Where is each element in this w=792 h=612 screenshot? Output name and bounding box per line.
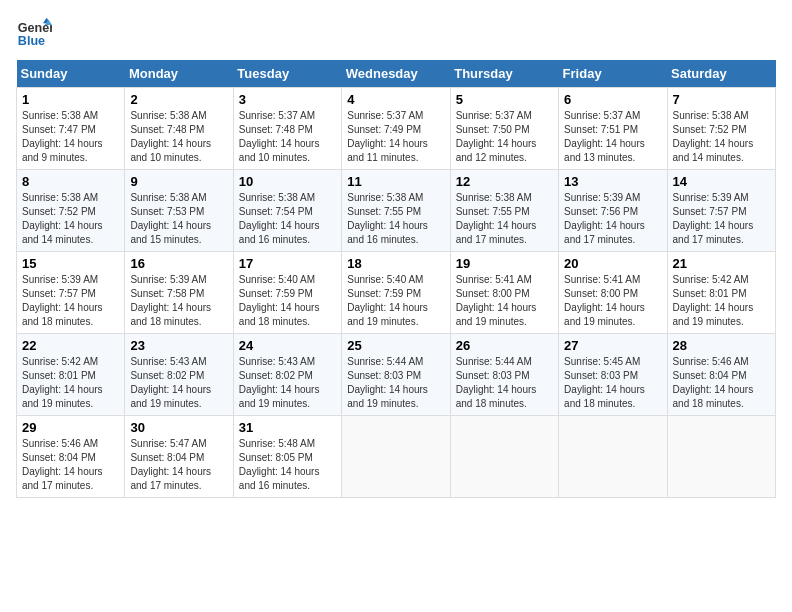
calendar-cell: 13Sunrise: 5:39 AM Sunset: 7:56 PM Dayli… <box>559 170 667 252</box>
weekday-header: Friday <box>559 60 667 88</box>
day-number: 31 <box>239 420 336 435</box>
weekday-header: Sunday <box>17 60 125 88</box>
day-info: Sunrise: 5:45 AM Sunset: 8:03 PM Dayligh… <box>564 355 661 411</box>
day-number: 8 <box>22 174 119 189</box>
calendar-week-row: 29Sunrise: 5:46 AM Sunset: 8:04 PM Dayli… <box>17 416 776 498</box>
day-info: Sunrise: 5:38 AM Sunset: 7:54 PM Dayligh… <box>239 191 336 247</box>
calendar-table: SundayMondayTuesdayWednesdayThursdayFrid… <box>16 60 776 498</box>
day-number: 7 <box>673 92 770 107</box>
day-info: Sunrise: 5:38 AM Sunset: 7:55 PM Dayligh… <box>456 191 553 247</box>
day-info: Sunrise: 5:37 AM Sunset: 7:51 PM Dayligh… <box>564 109 661 165</box>
day-info: Sunrise: 5:46 AM Sunset: 8:04 PM Dayligh… <box>673 355 770 411</box>
day-info: Sunrise: 5:37 AM Sunset: 7:48 PM Dayligh… <box>239 109 336 165</box>
calendar-cell: 29Sunrise: 5:46 AM Sunset: 8:04 PM Dayli… <box>17 416 125 498</box>
day-number: 10 <box>239 174 336 189</box>
calendar-week-row: 1Sunrise: 5:38 AM Sunset: 7:47 PM Daylig… <box>17 88 776 170</box>
day-number: 20 <box>564 256 661 271</box>
calendar-cell <box>559 416 667 498</box>
day-info: Sunrise: 5:37 AM Sunset: 7:50 PM Dayligh… <box>456 109 553 165</box>
day-info: Sunrise: 5:37 AM Sunset: 7:49 PM Dayligh… <box>347 109 444 165</box>
calendar-cell: 21Sunrise: 5:42 AM Sunset: 8:01 PM Dayli… <box>667 252 775 334</box>
day-info: Sunrise: 5:43 AM Sunset: 8:02 PM Dayligh… <box>239 355 336 411</box>
day-info: Sunrise: 5:38 AM Sunset: 7:53 PM Dayligh… <box>130 191 227 247</box>
day-info: Sunrise: 5:41 AM Sunset: 8:00 PM Dayligh… <box>456 273 553 329</box>
day-info: Sunrise: 5:47 AM Sunset: 8:04 PM Dayligh… <box>130 437 227 493</box>
calendar-cell: 31Sunrise: 5:48 AM Sunset: 8:05 PM Dayli… <box>233 416 341 498</box>
day-number: 2 <box>130 92 227 107</box>
calendar-week-row: 15Sunrise: 5:39 AM Sunset: 7:57 PM Dayli… <box>17 252 776 334</box>
day-info: Sunrise: 5:38 AM Sunset: 7:52 PM Dayligh… <box>673 109 770 165</box>
day-number: 22 <box>22 338 119 353</box>
day-number: 23 <box>130 338 227 353</box>
day-info: Sunrise: 5:43 AM Sunset: 8:02 PM Dayligh… <box>130 355 227 411</box>
day-info: Sunrise: 5:39 AM Sunset: 7:57 PM Dayligh… <box>22 273 119 329</box>
day-number: 24 <box>239 338 336 353</box>
day-number: 18 <box>347 256 444 271</box>
day-info: Sunrise: 5:40 AM Sunset: 7:59 PM Dayligh… <box>347 273 444 329</box>
logo: General Blue <box>16 16 52 52</box>
day-number: 11 <box>347 174 444 189</box>
day-info: Sunrise: 5:38 AM Sunset: 7:48 PM Dayligh… <box>130 109 227 165</box>
day-number: 9 <box>130 174 227 189</box>
day-number: 27 <box>564 338 661 353</box>
day-number: 19 <box>456 256 553 271</box>
day-number: 17 <box>239 256 336 271</box>
day-info: Sunrise: 5:42 AM Sunset: 8:01 PM Dayligh… <box>22 355 119 411</box>
calendar-cell: 16Sunrise: 5:39 AM Sunset: 7:58 PM Dayli… <box>125 252 233 334</box>
svg-text:Blue: Blue <box>18 34 45 48</box>
day-number: 28 <box>673 338 770 353</box>
calendar-cell: 2Sunrise: 5:38 AM Sunset: 7:48 PM Daylig… <box>125 88 233 170</box>
calendar-cell: 23Sunrise: 5:43 AM Sunset: 8:02 PM Dayli… <box>125 334 233 416</box>
page-header: General Blue <box>16 16 776 52</box>
calendar-cell: 12Sunrise: 5:38 AM Sunset: 7:55 PM Dayli… <box>450 170 558 252</box>
weekday-header: Tuesday <box>233 60 341 88</box>
day-info: Sunrise: 5:38 AM Sunset: 7:55 PM Dayligh… <box>347 191 444 247</box>
calendar-cell: 17Sunrise: 5:40 AM Sunset: 7:59 PM Dayli… <box>233 252 341 334</box>
calendar-cell: 14Sunrise: 5:39 AM Sunset: 7:57 PM Dayli… <box>667 170 775 252</box>
day-number: 29 <box>22 420 119 435</box>
day-info: Sunrise: 5:42 AM Sunset: 8:01 PM Dayligh… <box>673 273 770 329</box>
calendar-cell <box>450 416 558 498</box>
calendar-cell <box>667 416 775 498</box>
weekday-header: Saturday <box>667 60 775 88</box>
day-number: 14 <box>673 174 770 189</box>
weekday-header: Thursday <box>450 60 558 88</box>
day-number: 3 <box>239 92 336 107</box>
day-number: 16 <box>130 256 227 271</box>
day-number: 13 <box>564 174 661 189</box>
day-info: Sunrise: 5:46 AM Sunset: 8:04 PM Dayligh… <box>22 437 119 493</box>
weekday-header: Wednesday <box>342 60 450 88</box>
day-info: Sunrise: 5:48 AM Sunset: 8:05 PM Dayligh… <box>239 437 336 493</box>
calendar-cell: 25Sunrise: 5:44 AM Sunset: 8:03 PM Dayli… <box>342 334 450 416</box>
calendar-cell: 15Sunrise: 5:39 AM Sunset: 7:57 PM Dayli… <box>17 252 125 334</box>
calendar-cell: 5Sunrise: 5:37 AM Sunset: 7:50 PM Daylig… <box>450 88 558 170</box>
calendar-cell: 22Sunrise: 5:42 AM Sunset: 8:01 PM Dayli… <box>17 334 125 416</box>
day-number: 25 <box>347 338 444 353</box>
day-info: Sunrise: 5:44 AM Sunset: 8:03 PM Dayligh… <box>456 355 553 411</box>
day-number: 21 <box>673 256 770 271</box>
weekday-header: Monday <box>125 60 233 88</box>
calendar-cell <box>342 416 450 498</box>
logo-icon: General Blue <box>16 16 52 52</box>
calendar-cell: 27Sunrise: 5:45 AM Sunset: 8:03 PM Dayli… <box>559 334 667 416</box>
calendar-cell: 30Sunrise: 5:47 AM Sunset: 8:04 PM Dayli… <box>125 416 233 498</box>
day-info: Sunrise: 5:41 AM Sunset: 8:00 PM Dayligh… <box>564 273 661 329</box>
calendar-cell: 9Sunrise: 5:38 AM Sunset: 7:53 PM Daylig… <box>125 170 233 252</box>
calendar-week-row: 22Sunrise: 5:42 AM Sunset: 8:01 PM Dayli… <box>17 334 776 416</box>
calendar-cell: 3Sunrise: 5:37 AM Sunset: 7:48 PM Daylig… <box>233 88 341 170</box>
calendar-cell: 8Sunrise: 5:38 AM Sunset: 7:52 PM Daylig… <box>17 170 125 252</box>
calendar-cell: 18Sunrise: 5:40 AM Sunset: 7:59 PM Dayli… <box>342 252 450 334</box>
calendar-cell: 19Sunrise: 5:41 AM Sunset: 8:00 PM Dayli… <box>450 252 558 334</box>
day-info: Sunrise: 5:38 AM Sunset: 7:52 PM Dayligh… <box>22 191 119 247</box>
calendar-cell: 26Sunrise: 5:44 AM Sunset: 8:03 PM Dayli… <box>450 334 558 416</box>
calendar-cell: 24Sunrise: 5:43 AM Sunset: 8:02 PM Dayli… <box>233 334 341 416</box>
day-info: Sunrise: 5:39 AM Sunset: 7:56 PM Dayligh… <box>564 191 661 247</box>
calendar-week-row: 8Sunrise: 5:38 AM Sunset: 7:52 PM Daylig… <box>17 170 776 252</box>
calendar-cell: 1Sunrise: 5:38 AM Sunset: 7:47 PM Daylig… <box>17 88 125 170</box>
day-number: 15 <box>22 256 119 271</box>
day-info: Sunrise: 5:39 AM Sunset: 7:57 PM Dayligh… <box>673 191 770 247</box>
day-number: 12 <box>456 174 553 189</box>
calendar-cell: 6Sunrise: 5:37 AM Sunset: 7:51 PM Daylig… <box>559 88 667 170</box>
day-number: 26 <box>456 338 553 353</box>
day-number: 1 <box>22 92 119 107</box>
